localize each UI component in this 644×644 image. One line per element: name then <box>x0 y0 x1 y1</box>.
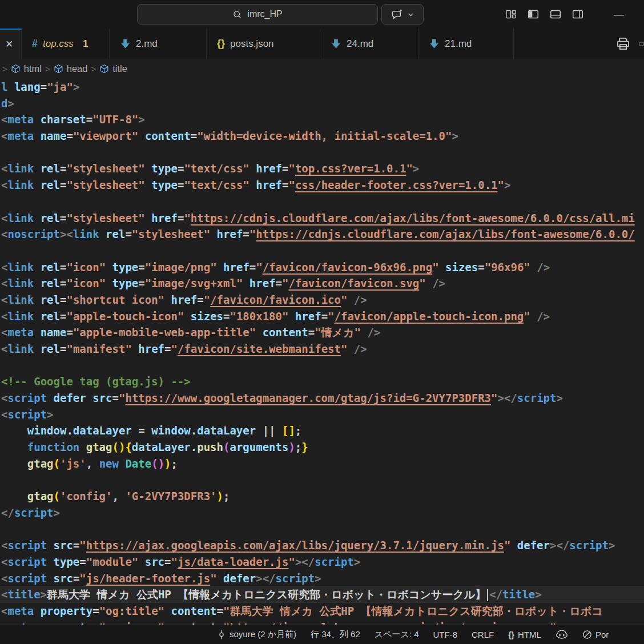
status-bar: soyure (2 か月前)行 34、列 62スペース: 4UTF-8CRLF{… <box>0 625 644 644</box>
tab-partial-active[interactable]: ✕ <box>0 29 22 59</box>
status-language-mode[interactable]: {}HTML <box>508 630 541 639</box>
title-bar: imrc_HP <box>0 0 644 29</box>
breadcrumb-item-html[interactable]: html <box>11 63 42 74</box>
text-cursor <box>487 589 488 601</box>
copilot-button[interactable] <box>381 4 424 25</box>
close-icon[interactable]: ✕ <box>5 38 13 50</box>
code-line <box>0 144 644 161</box>
tab-21-md[interactable]: 21.md <box>418 29 514 59</box>
breadcrumb-label: head <box>67 63 88 74</box>
print-button[interactable] <box>615 36 631 51</box>
split-editor-icon-partial[interactable] <box>639 37 644 51</box>
code-line: <link rel="stylesheet" type="text/css" h… <box>0 160 644 177</box>
tab-label: 24.md <box>347 38 373 50</box>
code-line <box>0 194 644 210</box>
json-icon: {} <box>217 38 225 50</box>
circle-slash-icon <box>582 630 592 639</box>
code-line: <meta charset="UTF-8"> <box>0 111 644 128</box>
status-label: CRLF <box>472 630 494 639</box>
code-line: <script src="https://ajax.googleapis.com… <box>0 537 644 554</box>
breadcrumb-separator: > <box>91 64 96 74</box>
tab-label: 2.md <box>136 38 158 50</box>
code-line: <!-- Google tag (gtag.js) --> <box>0 373 644 390</box>
code-line: <link rel="icon" type="image/png" href="… <box>0 259 644 276</box>
status-encoding[interactable]: UTF-8 <box>433 630 458 639</box>
copilot-chat-icon <box>391 9 403 21</box>
breadcrumb-item-title[interactable]: title <box>99 63 127 74</box>
search-icon <box>232 10 242 19</box>
code-line: function gtag(){dataLayer.push(arguments… <box>0 439 644 456</box>
status-label: HTML <box>518 630 541 639</box>
code-line: <meta name="apple-mobile-web-app-title" … <box>0 324 644 341</box>
markdown-icon <box>429 38 440 49</box>
git-commit-icon <box>217 630 226 639</box>
code-line: <meta property="og:image" content="https… <box>0 619 644 625</box>
status-indentation[interactable]: スペース: 4 <box>375 629 419 640</box>
markdown-icon <box>331 38 341 49</box>
copilot-icon <box>556 630 568 640</box>
code-line: <link rel="icon" type="image/svg+xml" hr… <box>0 275 644 292</box>
code-line: d> <box>0 95 644 112</box>
command-center-text: imrc_HP <box>247 9 282 19</box>
tab-label: top.css <box>43 38 74 50</box>
tab-top-css[interactable]: #top.css1 <box>22 29 110 59</box>
code-line: gtag('js', new Date()); <box>0 456 644 472</box>
braces-icon: {} <box>508 630 514 639</box>
toggle-primary-sidebar-button[interactable] <box>527 8 540 21</box>
code-line: <link rel="stylesheet" type="text/css" h… <box>0 177 644 194</box>
symbol-cube-icon <box>99 64 109 74</box>
breadcrumb-item-head[interactable]: head <box>54 63 88 74</box>
code-line: <meta property="og:title" content="群馬大学 … <box>0 603 644 619</box>
code-line <box>0 521 644 538</box>
code-line: <script src="js/header-footer.js" defer>… <box>0 570 644 587</box>
tab-label: 21.md <box>445 38 472 50</box>
status-ports[interactable]: Por <box>582 630 609 639</box>
tab-bar: ✕#top.css12.md{}posts.json24.md21.md <box>0 29 644 59</box>
breadcrumb-separator: > <box>2 64 7 74</box>
code-line: <noscript><link rel="stylesheet" href="h… <box>0 226 644 243</box>
command-center-search[interactable]: imrc_HP <box>137 4 378 25</box>
status-label: Por <box>595 630 609 639</box>
tab-warning-badge: 1 <box>83 38 88 50</box>
code-line-current: <title>群馬大学 情メカ 公式HP 【情報メカトロニクス研究部・ロボット・… <box>0 586 644 603</box>
toggle-secondary-sidebar-button[interactable] <box>571 8 584 21</box>
status-label: soyure (2 か月前) <box>230 629 296 640</box>
status-copilot[interactable] <box>556 630 568 640</box>
toggle-panel-button[interactable] <box>549 8 562 21</box>
css-icon: # <box>32 38 38 50</box>
editor-actions <box>610 29 644 59</box>
symbol-cube-icon <box>54 64 63 74</box>
code-line: <meta name="viewport" content="width=dev… <box>0 128 644 144</box>
status-label: UTF-8 <box>433 630 458 639</box>
status-cursor-position[interactable]: 行 34、列 62 <box>311 629 360 640</box>
code-line: <script> <box>0 406 644 423</box>
code-line: <link rel="manifest" href="/favicon/site… <box>0 341 644 357</box>
status-label: 行 34、列 62 <box>311 629 360 640</box>
status-git-blame[interactable]: soyure (2 か月前) <box>217 629 296 640</box>
tab-2-md[interactable]: 2.md <box>110 29 207 59</box>
code-line <box>0 472 644 489</box>
code-line <box>0 243 644 259</box>
code-line: <script type="module" src="js/data-loade… <box>0 554 644 570</box>
code-line: l lang="ja"> <box>0 79 644 95</box>
breadcrumb-label: title <box>112 63 127 74</box>
layout-controls: — <box>505 0 627 29</box>
tab-label: posts.json <box>230 38 274 50</box>
minimize-button[interactable]: — <box>611 9 627 21</box>
breadcrumb-label: html <box>24 63 42 74</box>
markdown-icon <box>120 38 131 49</box>
breadcrumb-separator: > <box>45 64 50 74</box>
tab-24-md[interactable]: 24.md <box>320 29 418 59</box>
code-editor[interactable]: l lang="ja">d><meta charset="UTF-8"><met… <box>0 79 644 625</box>
chevron-down-icon <box>407 11 414 18</box>
customize-layout-button[interactable] <box>505 8 517 21</box>
status-label: スペース: 4 <box>375 629 419 640</box>
code-line <box>0 357 644 374</box>
status-eol[interactable]: CRLF <box>472 630 494 639</box>
code-line: gtag('config', 'G-2VY7P3DFR3'); <box>0 488 644 505</box>
code-line: window.dataLayer = window.dataLayer || [… <box>0 422 644 439</box>
tab-posts-json[interactable]: {}posts.json <box>207 29 320 59</box>
symbol-cube-icon <box>11 64 21 74</box>
vscode-window: imrc_HP <box>0 0 644 644</box>
code-line: <link rel="shortcut icon" href="/favicon… <box>0 292 644 308</box>
